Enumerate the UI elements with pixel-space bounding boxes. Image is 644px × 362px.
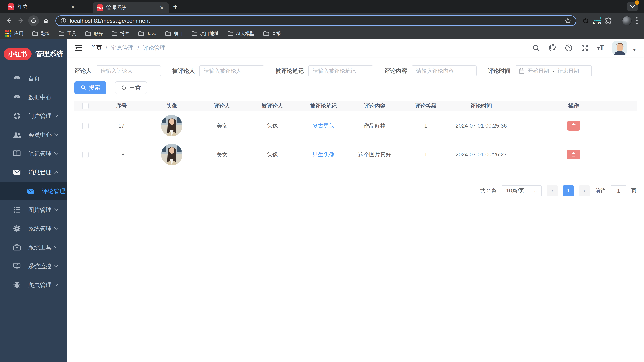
url-text[interactable]: localhost:81/message/comment: [70, 17, 150, 24]
svg-text:?: ?: [568, 45, 570, 50]
sidebar-menu: 首页 数据中心 门户管理 会员中心 笔记管理: [0, 69, 67, 294]
page-number-1[interactable]: 1: [563, 185, 574, 196]
browser-tab-active[interactable]: 小红书 管理系统 ✕: [93, 2, 169, 13]
date-range-picker[interactable]: 开始日期 - 结束日期: [515, 65, 592, 76]
goto-label: 前往: [595, 187, 606, 194]
address-bar[interactable]: localhost:81/message/comment: [55, 15, 576, 26]
bookmark-folder[interactable]: Java: [138, 31, 156, 36]
gauge-icon: [13, 94, 21, 100]
fullscreen-icon[interactable]: [581, 44, 588, 52]
next-page-button[interactable]: ›: [579, 185, 590, 196]
sidebar-item-data-center[interactable]: 数据中心: [0, 88, 67, 107]
toolbox-icon: [13, 244, 21, 251]
content-input[interactable]: [412, 65, 477, 76]
breadcrumb-comment: 评论管理: [143, 44, 166, 52]
sidebar-item-members[interactable]: 会员中心: [0, 125, 67, 144]
home-button[interactable]: [40, 15, 51, 26]
bookmark-folder[interactable]: 项目地址: [192, 30, 219, 37]
trash-icon: [571, 152, 576, 157]
bookmark-label: 工具: [67, 30, 76, 37]
row-checkbox[interactable]: [82, 151, 88, 158]
browser-menu-button[interactable]: [633, 17, 641, 24]
sidebar-item-system-tools[interactable]: 系统工具: [0, 238, 67, 257]
row-checkbox[interactable]: [82, 123, 88, 129]
folder-icon: [85, 31, 91, 36]
delete-button[interactable]: [567, 150, 580, 159]
page-size-select[interactable]: 10条/页 ⌄: [502, 185, 542, 196]
browser-menu-chevron-button[interactable]: [627, 2, 638, 11]
cell-time: 2024-07-01 00:25:36: [452, 111, 510, 140]
comment-page: 评论人 被评论人 被评论笔记 评论内容 评论时间: [67, 57, 644, 196]
sidebar-item-notes[interactable]: 笔记管理: [0, 144, 67, 163]
back-button[interactable]: [3, 15, 14, 26]
table-header-row: 序号 头像 评论人 被评论人 被评论笔记 评论内容 评论等级 评论时间 操作: [74, 100, 636, 111]
avatar-dropdown-caret[interactable]: ▼: [632, 47, 636, 53]
select-all-checkbox[interactable]: [82, 103, 88, 109]
bookmark-folder[interactable]: 工具: [59, 30, 76, 37]
breadcrumb-separator: /: [106, 44, 107, 51]
xiaohongshu-logo: 小红书: [4, 48, 32, 60]
note-link[interactable]: 男生头像: [312, 151, 334, 158]
sidebar-collapse-icon[interactable]: [74, 44, 82, 52]
chevron-down-icon: [54, 115, 58, 117]
commenter-input[interactable]: [96, 65, 161, 76]
cell-seq: 18: [96, 140, 146, 169]
browser-profile-avatar[interactable]: [622, 16, 632, 25]
bookmark-apps[interactable]: 应用: [5, 30, 24, 37]
github-icon[interactable]: [548, 44, 556, 52]
sidebar-item-system-monitor[interactable]: 系统监控: [0, 257, 67, 276]
reload-button[interactable]: [28, 15, 39, 26]
commented-input[interactable]: [199, 65, 264, 76]
mail-icon: [27, 188, 34, 194]
bookmark-folder[interactable]: 项目: [165, 30, 183, 37]
extensions-button[interactable]: [603, 15, 614, 26]
browser-tab-strip: 小红书 红薯 ✕ 小红书 管理系统 ✕ +: [0, 0, 644, 13]
forward-button[interactable]: [16, 15, 26, 26]
commenter-avatar: [161, 115, 182, 136]
sidebar-item-comment-management[interactable]: 评论管理: [0, 182, 67, 200]
tab-close-icon[interactable]: ✕: [159, 5, 165, 11]
breadcrumb-home[interactable]: 首页: [90, 44, 102, 52]
bookmark-star-icon[interactable]: [564, 17, 572, 24]
sidebar-item-home[interactable]: 首页: [0, 69, 67, 88]
delete-button[interactable]: [567, 121, 580, 131]
note-input[interactable]: [308, 65, 373, 76]
users-icon: [13, 131, 21, 138]
sidebar-item-system-management[interactable]: 系统管理: [0, 219, 67, 238]
search-icon[interactable]: [532, 44, 540, 52]
xiaohongshu-favicon: 小红书: [96, 4, 103, 11]
reset-button[interactable]: 重置: [115, 81, 147, 94]
browser-tab-inactive[interactable]: 小红书 红薯 ✕: [4, 1, 80, 12]
cell-content: 这个图片真好: [350, 140, 400, 169]
commenter-avatar: [161, 144, 182, 165]
font-size-icon[interactable]: TT: [597, 44, 604, 52]
sidebar-item-messages[interactable]: 消息管理: [0, 163, 67, 182]
extension-power-button[interactable]: [580, 15, 591, 26]
prev-page-button[interactable]: ‹: [547, 185, 558, 196]
sidebar-item-portal[interactable]: 门户管理: [0, 107, 67, 125]
note-link[interactable]: 复古男头: [312, 122, 334, 129]
bookmark-folder[interactable]: 直播: [263, 30, 281, 37]
help-icon[interactable]: ?: [565, 44, 572, 52]
bookmark-folder[interactable]: 翻墙: [32, 30, 50, 37]
date-start-placeholder[interactable]: 开始日期: [528, 67, 549, 75]
extension-new-button[interactable]: NEW: [593, 16, 601, 25]
sidebar-item-crawler[interactable]: 爬虫管理: [0, 276, 67, 294]
bookmark-label: 项目地址: [200, 30, 219, 37]
calendar-icon: [519, 68, 524, 74]
user-avatar[interactable]: [612, 41, 627, 55]
goto-page-input[interactable]: [611, 185, 626, 196]
breadcrumb-message[interactable]: 消息管理: [111, 44, 134, 52]
site-info-icon[interactable]: [60, 18, 66, 24]
date-end-placeholder[interactable]: 结束日期: [558, 67, 579, 75]
search-button[interactable]: 搜索: [74, 81, 106, 94]
bookmark-folder[interactable]: 服务: [85, 30, 103, 37]
bookmark-folder[interactable]: AI大模型: [228, 30, 254, 37]
bookmark-folder[interactable]: 博客: [112, 30, 130, 37]
new-tab-button[interactable]: +: [173, 2, 178, 11]
chevron-up-icon: [54, 171, 58, 174]
sidebar-item-label: 系统工具: [28, 244, 54, 251]
tab-close-icon[interactable]: ✕: [70, 4, 76, 10]
bookmarks-bar: 应用 翻墙 工具 服务 博客 Java 项目 项目地址 AI大模型 直播: [0, 28, 644, 39]
sidebar-item-images[interactable]: 图片管理: [0, 200, 67, 219]
